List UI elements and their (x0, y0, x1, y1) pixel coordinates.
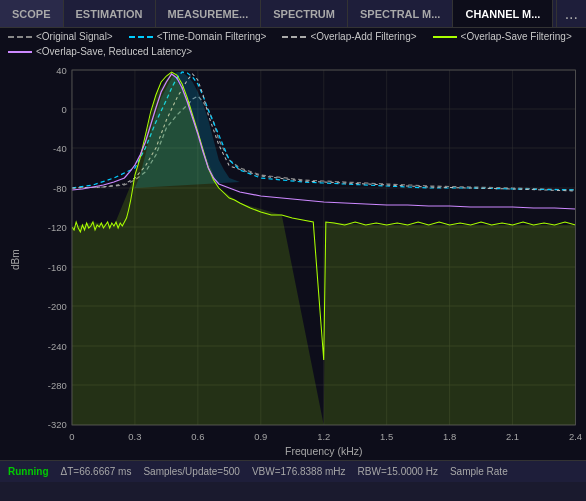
tab-spectral-m[interactable]: SPECTRAL M... (348, 0, 453, 27)
svg-text:-80: -80 (53, 184, 67, 194)
svg-text:0.9: 0.9 (254, 432, 267, 442)
svg-text:1.2: 1.2 (317, 432, 330, 442)
svg-text:-120: -120 (48, 223, 67, 233)
svg-text:-200: -200 (48, 302, 67, 312)
tab-scope[interactable]: SCOPE (0, 0, 64, 27)
legend-overlap-add: <Overlap-Add Filtering> (282, 31, 416, 42)
svg-text:0.6: 0.6 (191, 432, 204, 442)
legend-time-domain: <Time-Domain Filtering> (129, 31, 267, 42)
svg-text:2.4: 2.4 (569, 432, 582, 442)
status-rbw: RBW=15.0000 Hz (358, 466, 438, 477)
svg-text:1.5: 1.5 (380, 432, 393, 442)
legend-overlap-save-reduced: <Overlap-Save, Reduced Latency> (8, 46, 192, 57)
chart-container: dBm (0, 60, 586, 460)
status-sample-rate: Sample Rate (450, 466, 508, 477)
status-bar: Running ΔT=66.6667 ms Samples/Update=500… (0, 460, 586, 482)
tab-more-button[interactable]: ... (556, 0, 586, 27)
tab-estimation[interactable]: ESTIMATION (64, 0, 156, 27)
svg-text:-160: -160 (48, 263, 67, 273)
legend-original-signal: <Original Signal> (8, 31, 113, 42)
status-vbw: VBW=176.8388 mHz (252, 466, 346, 477)
svg-text:-240: -240 (48, 342, 67, 352)
svg-text:-40: -40 (53, 144, 67, 154)
y-axis-label: dBm (0, 60, 30, 460)
svg-text:-320: -320 (48, 420, 67, 430)
svg-text:-280: -280 (48, 381, 67, 391)
status-running-label: Running (8, 466, 49, 477)
svg-text:40: 40 (56, 66, 67, 76)
tab-measurement[interactable]: MEASUREME... (156, 0, 262, 27)
status-delta-t: ΔT=66.6667 ms (61, 466, 132, 477)
status-samples: Samples/Update=500 (143, 466, 239, 477)
tab-channel-m[interactable]: CHANNEL M... (453, 0, 553, 27)
svg-text:Frequency (kHz): Frequency (kHz) (285, 446, 362, 457)
legend-overlap-save: <Overlap-Save Filtering> (433, 31, 572, 42)
svg-text:0: 0 (69, 432, 74, 442)
svg-text:0.3: 0.3 (128, 432, 141, 442)
svg-text:0: 0 (61, 105, 66, 115)
svg-text:1.8: 1.8 (443, 432, 456, 442)
chart-svg: 40 0 -40 -80 -120 -160 -200 -240 -280 -3… (30, 60, 586, 460)
tab-bar: SCOPE ESTIMATION MEASUREME... SPECTRUM S… (0, 0, 586, 28)
svg-text:2.1: 2.1 (506, 432, 519, 442)
legend: <Original Signal> <Time-Domain Filtering… (0, 28, 586, 60)
tab-spectrum[interactable]: SPECTRUM (261, 0, 348, 27)
chart-inner: 40 0 -40 -80 -120 -160 -200 -240 -280 -3… (30, 60, 586, 460)
